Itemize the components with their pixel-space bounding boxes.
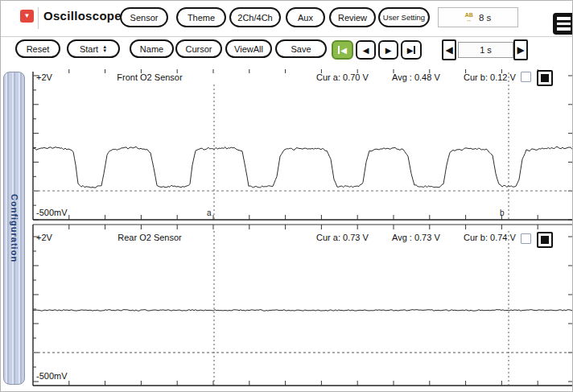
panel1-cursor-b-handle[interactable]: b [500,208,505,217]
panel2-channel-title: Rear O2 Sensor [81,233,218,242]
panel1-top-scale-label: +2V [36,72,52,82]
scope-plot-area[interactable] [1,1,573,392]
panel2-cursor-b-value: Cur b: 0.74 V [464,233,516,242]
panel1-channel-title: Front O2 Sensor [81,72,218,82]
oscilloscope-window: ▼ Oscilloscope Sensor Theme 2Ch/4Ch Aux … [0,0,573,392]
waveform-rear-o2-sensor [33,310,573,312]
panel1-cursor-a-handle[interactable]: a [207,208,212,217]
panel1-channel-indicator[interactable] [537,70,553,86]
panel2-avg-value: Avg : 0.73 V [392,233,440,242]
panel2-top-scale-label: +2V [36,233,52,242]
panel2-checkbox[interactable] [521,233,531,244]
panel1-bottom-scale-label: -500mV [36,208,68,217]
panel1-checkbox[interactable] [521,72,531,82]
panel1-cursor-a-value: Cur a: 0.70 V [316,72,369,82]
panel2-cursor-a-value: Cur a: 0.73 V [316,233,369,242]
panel2-channel-indicator[interactable] [537,232,553,248]
panel2-bottom-scale-label: -500mV [36,371,68,381]
panel1-cursor-b-value: Cur b: 0.12 V [464,72,516,82]
panel1-avg-value: Avg : 0.48 V [392,72,440,82]
waveform-front-o2-sensor [33,146,573,188]
